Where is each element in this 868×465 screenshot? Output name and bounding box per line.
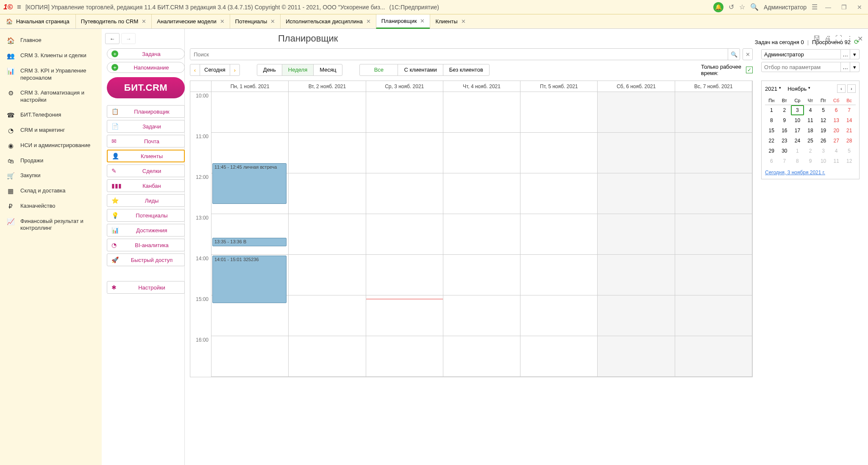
cal-month[interactable]: Ноябрь <box>787 86 807 92</box>
tab-close-icon[interactable]: ✕ <box>142 18 146 25</box>
cal-day[interactable]: 22 <box>765 136 778 146</box>
calendar-event[interactable]: 13:35 - 13:36 В <box>212 238 287 246</box>
settings-lines-icon[interactable]: ☰ <box>812 3 818 11</box>
cal-day-column[interactable] <box>520 92 598 377</box>
tab-Клиенты[interactable]: Клиенты✕ <box>430 14 470 28</box>
cal-day[interactable]: 11 <box>830 156 843 166</box>
filter-dd1[interactable]: … <box>841 62 850 72</box>
search-input[interactable] <box>190 49 728 60</box>
filter-with-button[interactable]: С клиентами <box>398 64 443 75</box>
cal-day[interactable]: 28 <box>843 136 856 146</box>
cal-day[interactable]: 13 <box>830 115 843 125</box>
cal-day[interactable]: 15 <box>765 125 778 136</box>
cal-day[interactable]: 1 <box>791 146 804 156</box>
refresh-icon[interactable]: ⟳ <box>854 38 860 46</box>
user-label[interactable]: Администратор <box>764 4 807 11</box>
cal-day[interactable]: 3 <box>791 105 804 115</box>
submenu-Потенциалы[interactable]: 💡Потенциалы <box>107 209 185 222</box>
minimize-button[interactable]: — <box>823 4 834 11</box>
admin-dd2[interactable]: ▾ <box>850 49 860 59</box>
cal-day[interactable]: 20 <box>830 125 843 136</box>
search-clear-button[interactable]: ✕ <box>743 48 753 60</box>
calendar-event[interactable]: 11:45 - 12:45 личная встреча <box>212 163 287 204</box>
filter-without-button[interactable]: Без клиентов <box>443 64 489 75</box>
cal-next-button[interactable]: › <box>847 84 856 93</box>
bell-icon[interactable]: 🔔 <box>713 2 723 12</box>
cal-day-column[interactable] <box>366 92 443 377</box>
close-button[interactable]: ✕ <box>854 4 865 11</box>
submenu-Канбан[interactable]: ▮▮▮Канбан <box>107 179 185 192</box>
cal-day[interactable]: 16 <box>778 125 791 136</box>
submenu-Планировщик[interactable]: 📋Планировщик <box>107 105 185 118</box>
cal-day-column[interactable] <box>598 92 675 377</box>
cal-day[interactable]: 10 <box>817 156 830 166</box>
cal-day[interactable]: 9 <box>778 115 791 125</box>
cal-day[interactable]: 12 <box>817 115 830 125</box>
view-month-button[interactable]: Месяц <box>314 64 342 75</box>
cal-day[interactable]: 24 <box>791 136 804 146</box>
filter-dd2[interactable]: ▾ <box>850 62 860 72</box>
star-icon[interactable]: ☆ <box>739 3 745 11</box>
cal-day-column[interactable] <box>675 92 752 377</box>
cal-day[interactable]: 19 <box>817 125 830 136</box>
cal-day[interactable]: 4 <box>830 146 843 156</box>
sidebar-item[interactable]: 📊CRM 3. KPI и Управление персоналом <box>0 64 102 86</box>
tab-close-icon[interactable]: ✕ <box>270 18 275 25</box>
cal-day[interactable]: 25 <box>804 136 817 146</box>
submenu-Лиды[interactable]: ⭐Лиды <box>107 194 185 207</box>
cal-day[interactable]: 8 <box>765 115 778 125</box>
cal-day[interactable]: 29 <box>765 146 778 156</box>
cal-day[interactable]: 30 <box>778 146 791 156</box>
tab-Аналитические модели[interactable]: Аналитические модели✕ <box>151 14 230 28</box>
history-icon[interactable]: ↺ <box>729 3 734 11</box>
cal-day-column[interactable] <box>443 92 520 377</box>
cal-day[interactable]: 10 <box>791 115 804 125</box>
submenu-BI-аналитика[interactable]: ◔BI-аналитика <box>107 239 185 251</box>
submenu-Почта[interactable]: ✉Почта <box>107 135 185 148</box>
sidebar-item[interactable]: 👥CRM 3. Клиенты и сделки <box>0 48 102 64</box>
cal-day[interactable]: 9 <box>804 156 817 166</box>
sidebar-item[interactable]: ◔CRM и маркетинг <box>0 123 102 138</box>
admin-dd1[interactable]: … <box>841 49 850 59</box>
admin-input[interactable] <box>761 49 841 59</box>
filter-all-button[interactable]: Все <box>360 64 398 75</box>
tab-Потенциалы[interactable]: Потенциалы✕ <box>230 14 280 28</box>
cal-day[interactable]: 6 <box>765 156 778 166</box>
sidebar-item[interactable]: 🏠Главное <box>0 33 102 48</box>
next-period-button[interactable]: › <box>230 64 239 75</box>
cal-day[interactable]: 1 <box>765 105 778 115</box>
cal-day[interactable]: 14 <box>843 115 856 125</box>
search-go-button[interactable]: 🔍 <box>728 49 740 60</box>
cal-today-link[interactable]: Сегодня, 3 ноября 2021 г. <box>765 170 856 175</box>
today-button[interactable]: Сегодня <box>200 64 230 75</box>
cal-day-column[interactable] <box>289 92 366 377</box>
sidebar-item[interactable]: ₽Казначейство <box>0 199 102 214</box>
tab-home[interactable]: 🏠 Начальная страница <box>0 14 75 28</box>
tab-Планировщик[interactable]: Планировщик✕ <box>376 14 430 29</box>
sidebar-item[interactable]: 📈Финансовый результат и контроллинг <box>0 214 102 236</box>
cal-day[interactable]: 18 <box>804 125 817 136</box>
sidebar-item[interactable]: ◉НСИ и администрирование <box>0 138 102 153</box>
view-day-button[interactable]: День <box>257 64 282 75</box>
menu-icon[interactable]: ≡ <box>17 3 21 11</box>
submenu-Клиенты[interactable]: 👤Клиенты <box>107 150 185 162</box>
cal-day[interactable]: 7 <box>778 156 791 166</box>
cal-day[interactable]: 11 <box>804 115 817 125</box>
cal-day[interactable]: 2 <box>778 105 791 115</box>
submenu-Быстрый доступ[interactable]: 🚀Быстрый доступ <box>107 253 185 266</box>
cal-day[interactable]: 12 <box>843 156 856 166</box>
cal-day[interactable]: 23 <box>778 136 791 146</box>
calendar-event[interactable]: 14:01 - 15:01 325236 <box>212 256 287 303</box>
work-time-checkbox[interactable]: ✓ <box>746 67 753 73</box>
submenu-Сделки[interactable]: ✎Сделки <box>107 164 185 177</box>
cal-day[interactable]: 21 <box>843 125 856 136</box>
search-icon[interactable]: 🔍 <box>750 3 759 11</box>
tab-close-icon[interactable]: ✕ <box>220 18 225 25</box>
add-reminder-button[interactable]: + Напоминание <box>107 62 185 73</box>
cal-day[interactable]: 7 <box>843 105 856 115</box>
sidebar-item[interactable]: ▦Склад и доставка <box>0 184 102 199</box>
sidebar-item[interactable]: ⚙CRM 3. Автоматизация и настройки <box>0 86 102 108</box>
tab-Путеводитель по CRM[interactable]: Путеводитель по CRM✕ <box>75 14 152 28</box>
tab-Исполнительская дисциплина[interactable]: Исполнительская дисциплина✕ <box>280 14 376 28</box>
submenu-Достижения[interactable]: 📊Достижения <box>107 224 185 237</box>
